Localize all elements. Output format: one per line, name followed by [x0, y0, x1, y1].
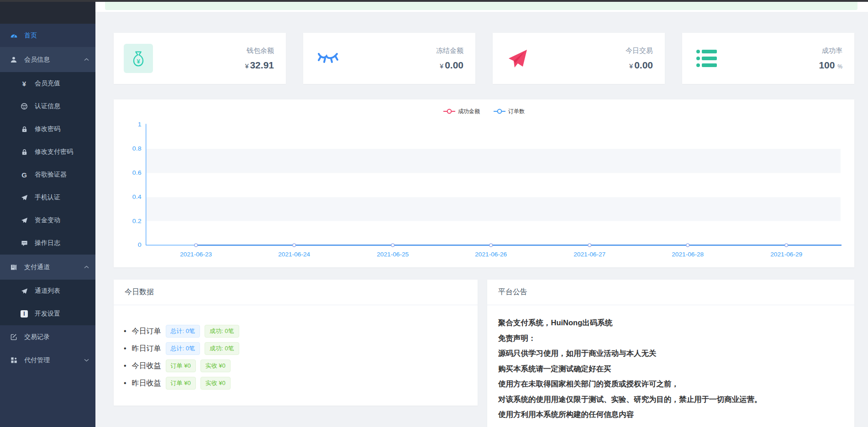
chart-legend: 成功金额 订单数: [123, 106, 845, 117]
today-data-panel: 今日数据 今日订单 总计: 0笔 成功: 0笔 昨日订单 总计: 0笔 成功: …: [114, 280, 478, 406]
sidebar-item-change-password[interactable]: 修改密码: [0, 118, 95, 141]
stat-value: ¥0.00: [436, 60, 463, 71]
line-chart: 1 0.8 0.6 0.4 0.2 0 2021-06-23: [123, 117, 845, 262]
yen-glyph: ¥: [137, 58, 140, 65]
legend-item-order-count[interactable]: 订单数: [494, 108, 525, 115]
yen-icon: ¥: [20, 79, 28, 88]
sidebar-item-label: 首页: [24, 31, 37, 40]
paper-plane-icon: [20, 193, 28, 202]
sidebar: 首页 会员信息 ¥ 会员充值 认证信息 修改密码: [0, 0, 95, 427]
sidebar-item-home[interactable]: 首页: [0, 24, 95, 47]
sidebar-item-label: 交易记录: [24, 333, 50, 341]
announcement-line: 使用方利用本系统所构建的任何信息内容: [498, 407, 843, 422]
stat-value: ¥0.00: [626, 60, 653, 71]
sidebar-section-payout-management[interactable]: 代付管理: [0, 349, 95, 372]
sidebar-section-member-info[interactable]: 会员信息: [0, 47, 95, 72]
stat-cards-row: ¥ 钱包余额 ¥32.91 冻结金额 ¥0.00: [114, 33, 854, 84]
paper-plane-icon: [503, 44, 532, 73]
app-root: 首页 会员信息 ¥ 会员充值 认证信息 修改密码: [0, 0, 868, 427]
row-label: 今日订单: [132, 327, 161, 336]
wallet-icon: [10, 263, 18, 271]
sidebar-item-fund-changes[interactable]: 资金变动: [0, 209, 95, 232]
bottom-panels: 今日数据 今日订单 总计: 0笔 成功: 0笔 昨日订单 总计: 0笔 成功: …: [114, 280, 854, 427]
paper-plane-icon: [20, 287, 28, 295]
chevron-down-icon: [84, 359, 89, 362]
legend-item-success-amount[interactable]: 成功金额: [443, 108, 480, 115]
google-icon: G: [20, 171, 28, 179]
stat-card-wallet-balance: ¥ 钱包余额 ¥32.91: [114, 33, 286, 84]
announcement-line: 对该系统的使用用途仅限于测试、实验、研究为目的，禁止用于一切商业运营。: [498, 392, 843, 407]
window-top-edge: [0, 0, 868, 2]
sidebar-item-label: 资金变动: [35, 216, 60, 224]
list-icon: [692, 44, 721, 73]
y-tick: 0.2: [132, 218, 142, 225]
sidebar-section-payment-channel[interactable]: 支付通道: [0, 255, 95, 280]
data-point: [686, 244, 689, 247]
stat-value: 100 %: [819, 60, 842, 71]
x-label: 2021-06-27: [573, 251, 605, 258]
sidebar-item-operation-log[interactable]: 操作日志: [0, 232, 95, 255]
x-label: 2021-06-24: [278, 251, 310, 258]
data-point: [785, 244, 788, 247]
closed-eye-icon: [313, 44, 342, 73]
x-label: 2021-06-28: [672, 251, 704, 258]
y-tick: 0.4: [132, 193, 142, 201]
data-point: [391, 244, 395, 247]
legend-label: 订单数: [508, 108, 525, 115]
announcement-text: 聚合支付系统，HuiNong出码系统 免责声明： 源码只供学习使用，如用于商业活…: [487, 305, 854, 422]
stat-title: 冻结金额: [436, 47, 463, 55]
status-badge: 总计: 0笔: [166, 325, 200, 338]
sidebar-item-label: 代付管理: [24, 356, 50, 365]
stat-title: 今日交易: [626, 47, 653, 55]
sidebar-item-google-authenticator[interactable]: G 谷歌验证器: [0, 163, 95, 186]
user-icon: [10, 56, 18, 64]
chevron-up-icon: [84, 266, 89, 269]
sidebar-item-transaction-records[interactable]: 交易记录: [0, 325, 95, 349]
sidebar-logo-area: [0, 0, 95, 24]
panel-title: 今日数据: [125, 287, 154, 297]
chart-band: [147, 197, 841, 221]
stat-card-today-transactions: 今日交易 ¥0.00: [493, 33, 665, 84]
legend-marker-pink: [443, 109, 455, 114]
sidebar-item-channel-list[interactable]: 通道列表: [0, 280, 95, 302]
data-point: [293, 244, 296, 247]
list-item: 昨日收益 订单 ¥0 实收 ¥0: [124, 377, 478, 389]
sidebar-item-label: 谷歌验证器: [35, 171, 67, 179]
stat-value: ¥32.91: [245, 60, 274, 71]
sidebar-item-label: 认证信息: [35, 102, 60, 110]
sidebar-item-label: 修改密码: [35, 125, 60, 133]
today-data-list: 今日订单 总计: 0笔 成功: 0笔 昨日订单 总计: 0笔 成功: 0笔 今日…: [114, 305, 478, 389]
sidebar-item-label: 会员信息: [24, 56, 50, 64]
legend-label: 成功金额: [458, 108, 480, 115]
dashboard-icon: [10, 31, 18, 40]
sidebar-item-label: 开发设置: [35, 310, 60, 318]
y-tick: 0.8: [132, 145, 142, 152]
stat-card-success-rate: 成功率 100 %: [682, 33, 854, 84]
sidebar-item-member-recharge[interactable]: ¥ 会员充值: [0, 72, 95, 95]
data-point: [195, 244, 198, 247]
sidebar-item-phone-auth[interactable]: 手机认证: [0, 186, 95, 209]
sidebar-item-auth-info[interactable]: 认证信息: [0, 95, 95, 118]
lock-icon: [20, 125, 28, 133]
announcement-line: 源码只供学习使用，如用于商业活动与本人无关: [498, 346, 843, 361]
panel-header: 今日数据: [114, 280, 478, 305]
sidebar-item-change-pay-password[interactable]: 修改支付密码: [0, 141, 95, 163]
sidebar-item-label: 通道列表: [35, 287, 60, 295]
list-item: 昨日订单 总计: 0笔 成功: 0笔: [124, 343, 478, 354]
row-label: 昨日订单: [132, 344, 161, 354]
y-tick: 0: [138, 241, 142, 249]
status-badge: 成功: 0笔: [205, 325, 239, 338]
announcement-line: 购买本系统请一定测试确定好在买: [498, 361, 843, 377]
x-label: 2021-06-25: [377, 251, 409, 258]
stat-title: 成功率: [819, 47, 842, 55]
sidebar-item-dev-settings[interactable]: I 开发设置: [0, 302, 95, 325]
sidebar-item-label: 支付通道: [24, 263, 50, 271]
announcement-line: 聚合支付系统，HuiNong出码系统: [498, 315, 843, 331]
list-item: 今日收益 订单 ¥0 实收 ¥0: [124, 360, 478, 372]
chart-band: [147, 149, 841, 173]
announcement-line: 使用方在未取得国家相关部门的资质或授权许可之前，: [498, 376, 843, 392]
sidebar-item-label: 手机认证: [35, 193, 60, 202]
panel-title: 平台公告: [498, 287, 527, 297]
edit-icon: [10, 333, 18, 341]
platform-announcement-panel: 平台公告 聚合支付系统，HuiNong出码系统 免责声明： 源码只供学习使用，如…: [487, 280, 854, 427]
